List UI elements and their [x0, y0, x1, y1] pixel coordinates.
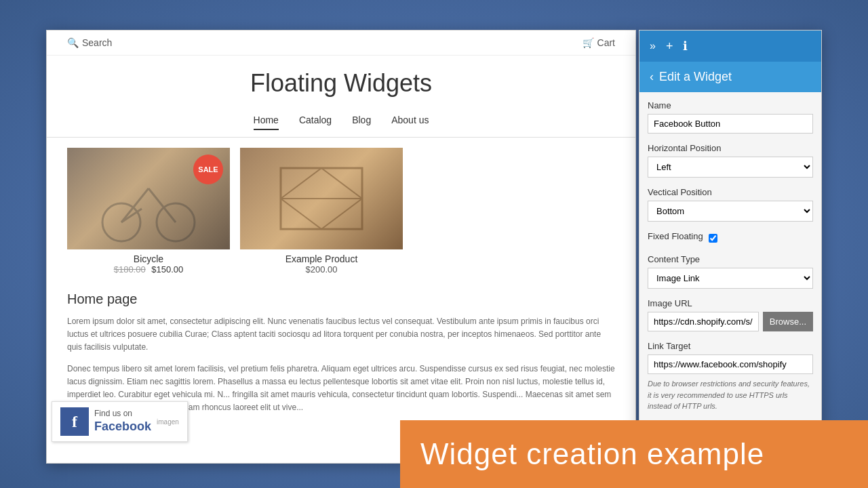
- content-type-group: Content Type Image Link HTML Text: [648, 254, 813, 289]
- name-group: Name: [648, 100, 813, 134]
- svg-line-10: [321, 199, 362, 229]
- store-nav: Home Catalog Blog About us: [47, 104, 635, 138]
- nav-about[interactable]: About us: [391, 111, 429, 130]
- image-url-row: Browse...: [648, 312, 813, 331]
- image-url-input[interactable]: [648, 312, 759, 331]
- horizontal-position-select[interactable]: Left Right Center: [648, 157, 813, 178]
- search-icon: 🔍: [67, 37, 79, 48]
- cart-icon: 🛒: [583, 37, 594, 48]
- orange-banner: Widget creation example: [400, 420, 868, 488]
- fixed-floating-checkbox[interactable]: [709, 234, 717, 243]
- search-area[interactable]: 🔍 Search: [67, 37, 112, 48]
- home-para-1: Lorem ipsum dolor sit amet, consectetur …: [67, 315, 615, 354]
- image-label: imagen: [157, 418, 179, 426]
- store-header: 🔍 Search 🛒 Cart: [47, 30, 635, 56]
- svg-line-8: [321, 168, 362, 199]
- find-us-text: Find us on: [94, 409, 151, 420]
- content-type-select[interactable]: Image Link HTML Text: [648, 268, 813, 289]
- panel-toolbar: » + ℹ: [639, 30, 821, 62]
- product-bicycle[interactable]: SALE Bicycle $180.00 $150.00: [67, 148, 230, 274]
- vertical-position-group: Vectical Position Bottom Top Middle: [648, 187, 813, 222]
- bicycle-sale-price: $150.00: [151, 264, 183, 274]
- facebook-text: Find us on Facebook: [94, 409, 151, 435]
- name-label: Name: [648, 100, 813, 110]
- info-button[interactable]: ℹ: [683, 39, 688, 54]
- bicycle-image: SALE: [67, 148, 230, 249]
- home-heading: Home page: [67, 291, 615, 307]
- panel-title: Edit a Widget: [659, 70, 732, 84]
- vertical-position-label: Vectical Position: [648, 187, 813, 197]
- widget-editor-panel: » + ℹ ‹ Edit a Widget Name Horizontal Po…: [639, 30, 822, 464]
- facebook-icon: f: [60, 407, 89, 436]
- link-target-group: Link Target Due to browser restrictions …: [648, 341, 813, 412]
- content-type-label: Content Type: [648, 254, 813, 264]
- helper-text: Due to browser restrictions and security…: [648, 378, 813, 412]
- image-url-label: Image URL: [648, 298, 813, 308]
- svg-line-7: [281, 168, 321, 199]
- vertical-position-select[interactable]: Bottom Top Middle: [648, 201, 813, 222]
- fixed-floating-group: Fixed Floating: [648, 231, 813, 245]
- example-product-price: $200.00: [240, 264, 403, 274]
- bicycle-name: Bicycle: [67, 253, 230, 264]
- store-preview: 🔍 Search 🛒 Cart Floating Widgets Home Ca…: [46, 30, 636, 464]
- arrows-button[interactable]: »: [650, 40, 656, 52]
- cart-label: Cart: [597, 37, 615, 48]
- svg-line-2: [121, 188, 149, 222]
- panel-header: ‹ Edit a Widget: [639, 62, 821, 92]
- nav-blog[interactable]: Blog: [352, 111, 371, 130]
- fixed-floating-label: Fixed Floating: [648, 231, 703, 241]
- facebook-label: Facebook: [94, 419, 151, 434]
- back-button[interactable]: ‹: [650, 70, 654, 84]
- example-product-name: Example Product: [240, 253, 403, 264]
- horizontal-position-label: Horizontal Position: [648, 143, 813, 153]
- nav-home[interactable]: Home: [254, 111, 279, 130]
- svg-line-9: [281, 199, 321, 229]
- cart-area[interactable]: 🛒 Cart: [583, 37, 615, 48]
- nav-catalog[interactable]: Catalog: [299, 111, 332, 130]
- banner-text: Widget creation example: [420, 437, 764, 471]
- name-input[interactable]: [648, 114, 813, 134]
- image-url-group: Image URL Browse...: [648, 298, 813, 331]
- bicycle-price: $180.00 $150.00: [67, 264, 230, 274]
- product-example[interactable]: Example Product $200.00: [240, 148, 403, 274]
- horizontal-position-group: Horizontal Position Left Right Center: [648, 143, 813, 178]
- link-target-label: Link Target: [648, 341, 813, 351]
- bicycle-original-price: $180.00: [114, 264, 146, 274]
- search-label: Search: [82, 37, 112, 48]
- svg-line-3: [149, 188, 176, 222]
- products-grid: SALE Bicycle $180.00 $150.00: [47, 148, 635, 274]
- store-title: Floating Widgets: [47, 56, 635, 104]
- add-button[interactable]: +: [666, 39, 673, 54]
- example-product-image: [240, 148, 403, 249]
- link-target-input[interactable]: [648, 354, 813, 374]
- facebook-widget: f Find us on Facebook imagen: [52, 401, 188, 442]
- browse-button[interactable]: Browse...: [763, 312, 813, 331]
- panel-form: Name Horizontal Position Left Right Cent…: [639, 92, 821, 464]
- home-content: Home page Lorem ipsum dolor sit amet, co…: [47, 291, 635, 414]
